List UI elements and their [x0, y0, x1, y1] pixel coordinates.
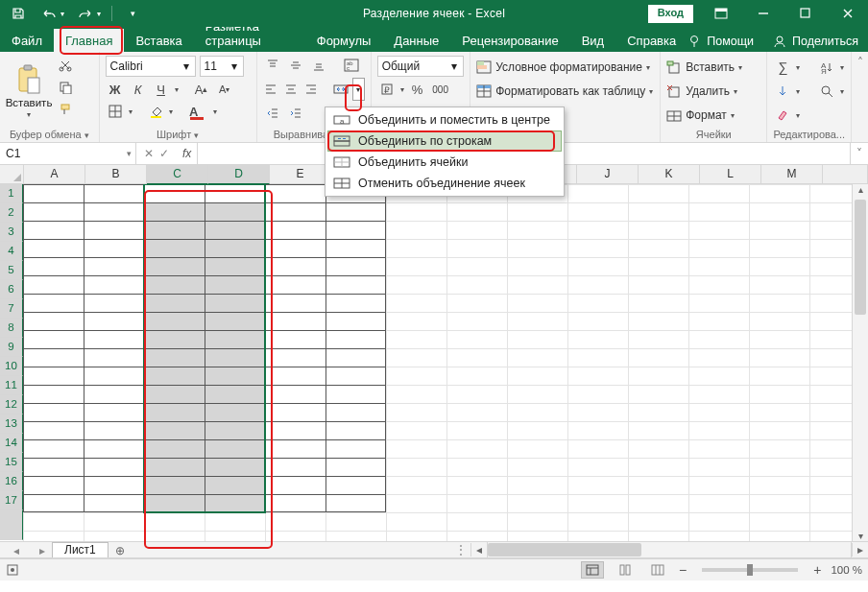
bold-button[interactable]: Ж [106, 80, 125, 99]
font-size-combo[interactable]: 11▾ [200, 56, 244, 77]
cancel-formula-icon[interactable]: ✕ [144, 147, 154, 160]
redo-icon[interactable]: ▾ [73, 3, 102, 24]
paste-button[interactable]: Вставить ▾ [6, 56, 52, 119]
expand-formula-bar-icon[interactable]: ˅ [850, 143, 868, 164]
fill-icon[interactable] [773, 82, 792, 101]
share-icon[interactable] [773, 35, 786, 48]
number-format-combo[interactable]: Общий▾ [377, 56, 464, 77]
collapse-ribbon-icon[interactable]: ˄ [852, 52, 868, 142]
row-header[interactable]: 3 [0, 223, 23, 242]
tab-view[interactable]: Вид [570, 29, 616, 52]
menu-merge-across[interactable]: Объединить по строкам [327, 130, 562, 152]
tab-home[interactable]: Главная [54, 29, 124, 52]
row-header[interactable]: 8 [0, 319, 23, 338]
menu-unmerge-cells[interactable]: Отменить объединение ячеек [327, 173, 562, 194]
tab-data[interactable]: Данные [382, 29, 450, 52]
share-label[interactable]: Поделиться [792, 35, 858, 48]
cells-area[interactable]: ▴ ▾ [23, 184, 868, 541]
row-header[interactable]: 17 [0, 491, 23, 510]
row-header[interactable]: 16 [0, 472, 23, 491]
comma-icon[interactable]: 000 [431, 80, 450, 99]
accounting-format-icon[interactable]: ₽ [377, 80, 397, 99]
align-top-icon[interactable] [263, 56, 282, 75]
row-header[interactable]: 10 [0, 357, 23, 376]
clear-icon[interactable] [773, 106, 792, 125]
menu-merge-center[interactable]: a Объединить и поместить в центре [327, 109, 562, 130]
col-header[interactable]: D [208, 165, 270, 184]
view-page-layout-icon[interactable] [614, 561, 637, 579]
undo-icon[interactable]: ▾ [36, 3, 65, 24]
row-header[interactable]: 4 [0, 242, 23, 261]
enter-formula-icon[interactable]: ✓ [159, 147, 169, 160]
zoom-slider[interactable] [702, 568, 798, 572]
col-header[interactable]: B [85, 165, 147, 184]
row-header[interactable] [0, 510, 23, 540]
record-macro-icon[interactable] [6, 563, 19, 577]
fx-icon[interactable]: fx [177, 147, 197, 160]
align-bottom-icon[interactable] [309, 56, 328, 75]
tellme-label[interactable]: Помощи [707, 35, 754, 48]
row-header[interactable]: 1 [0, 184, 23, 203]
insert-cells-button[interactable]: Вставить ▾ [666, 58, 760, 77]
merge-center-icon[interactable] [332, 80, 349, 99]
ribbon-display-options-icon[interactable] [707, 0, 735, 27]
vertical-scrollbar[interactable]: ▴ ▾ [852, 184, 868, 541]
sheet-nav-prev-icon[interactable]: ◂ [0, 544, 33, 557]
format-as-table-button[interactable]: Форматировать как таблицу▾ [476, 82, 654, 101]
delete-cells-button[interactable]: Удалить ▾ [666, 82, 760, 101]
align-left-icon[interactable] [263, 80, 279, 99]
zoom-in-button[interactable]: + [813, 562, 821, 578]
fill-color-icon[interactable] [146, 102, 165, 121]
underline-button[interactable]: Ч [152, 80, 171, 99]
select-all-button[interactable] [0, 165, 24, 184]
decrease-indent-icon[interactable] [263, 104, 282, 123]
copy-icon[interactable] [56, 78, 75, 97]
save-icon[interactable] [8, 3, 29, 24]
italic-button[interactable]: К [129, 80, 148, 99]
autosum-icon[interactable]: ∑ [773, 58, 792, 77]
font-name-combo[interactable]: Calibri▾ [106, 56, 196, 77]
align-middle-icon[interactable] [286, 56, 305, 75]
col-header[interactable]: M [761, 165, 823, 184]
merge-dropdown-button[interactable]: ▾ [352, 78, 364, 101]
row-header[interactable]: 6 [0, 280, 23, 299]
conditional-formatting-button[interactable]: Условное форматирование▾ [476, 58, 654, 77]
sort-filter-icon[interactable]: AЯ [817, 58, 836, 77]
percent-icon[interactable]: % [408, 80, 427, 99]
col-header[interactable]: A [24, 165, 85, 184]
maximize-icon[interactable] [791, 0, 820, 27]
tellme-icon[interactable] [687, 35, 701, 48]
col-header[interactable]: J [577, 165, 639, 184]
row-header[interactable]: 11 [0, 376, 23, 395]
align-center-icon[interactable] [283, 80, 300, 99]
new-sheet-button[interactable]: ⊕ [108, 544, 132, 557]
format-cells-button[interactable]: Формат ▾ [666, 106, 760, 125]
sheet-tab[interactable]: Лист1 [52, 542, 108, 557]
zoom-out-button[interactable]: − [679, 562, 687, 578]
col-header[interactable]: E [270, 165, 331, 184]
col-header[interactable]: L [700, 165, 761, 184]
close-icon[interactable] [833, 0, 862, 27]
tab-help[interactable]: Справка [615, 29, 687, 52]
row-header[interactable]: 5 [0, 261, 23, 280]
increase-font-icon[interactable]: A▴ [192, 80, 211, 99]
row-header[interactable]: 2 [0, 203, 23, 223]
zoom-level[interactable]: 100 % [831, 564, 862, 576]
borders-icon[interactable] [106, 102, 125, 121]
name-box[interactable]: C1 ▾ [0, 143, 136, 164]
tab-formulas[interactable]: Формулы [305, 29, 383, 52]
row-header[interactable]: 15 [0, 453, 23, 472]
tab-review[interactable]: Рецензирование [450, 29, 569, 52]
increase-indent-icon[interactable] [286, 104, 305, 123]
decrease-font-icon[interactable]: A▾ [215, 80, 234, 99]
sheet-nav-next-icon[interactable]: ▸ [33, 544, 52, 557]
tab-insert[interactable]: Вставка [124, 29, 193, 52]
align-right-icon[interactable] [303, 80, 320, 99]
row-header[interactable]: 13 [0, 414, 23, 434]
row-header[interactable]: 14 [0, 434, 23, 453]
view-normal-icon[interactable] [581, 561, 604, 579]
wrap-text-icon[interactable]: abc [342, 56, 361, 75]
row-header[interactable]: 12 [0, 395, 23, 414]
login-button[interactable]: Вход [648, 5, 693, 23]
row-header[interactable]: 9 [0, 338, 23, 357]
